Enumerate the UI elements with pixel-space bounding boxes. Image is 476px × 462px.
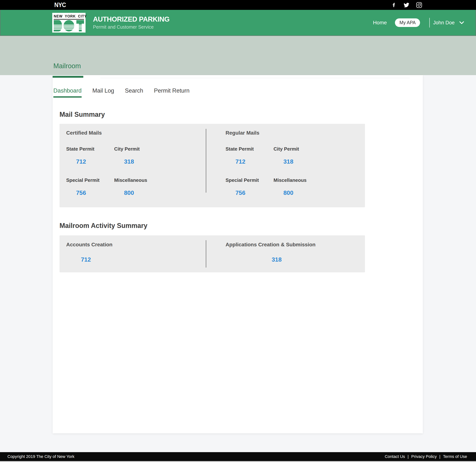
user-name: John Doe (433, 20, 455, 26)
nav-divider (429, 18, 430, 27)
tab-mail-log[interactable]: Mail Log (93, 87, 114, 98)
stat-cell: Miscellaneous 800 (273, 177, 322, 196)
stat-label: Miscellaneous (114, 177, 162, 183)
tab-bar: Dashboard Mail Log Search Permit Return (53, 75, 423, 98)
stat-label: City Permit (114, 146, 162, 152)
stat-value-link[interactable]: 756 (226, 189, 255, 196)
tab-search[interactable]: Search (125, 87, 143, 98)
active-section-indicator (53, 76, 83, 78)
header-nav: Home My APA John Doe (373, 18, 464, 27)
stat-cell: Special Permit 756 (66, 177, 114, 196)
top-utility-bar: NYC (0, 0, 476, 10)
contact-us-link[interactable]: Contact Us (385, 454, 405, 459)
app-title: AUTHORIZED PARKING (93, 16, 170, 23)
stat-cell: City Permit 318 (273, 146, 322, 165)
stat-value-link[interactable]: 712 (66, 256, 106, 263)
footer: Copyright 2019 The City of New York Cont… (0, 452, 476, 461)
page-banner: Mailroom (0, 36, 476, 75)
certified-mails-group: Certified Mails State Permit 712 City Pe… (60, 124, 206, 207)
mail-summary-section: Mail Summary Certified Mails State Permi… (60, 111, 365, 272)
page-title: Mailroom (53, 62, 81, 70)
nyc-dot-logo-text: NEW YORK CITY (54, 14, 84, 19)
card-top-divider (100, 78, 410, 78)
stat-cell: Miscellaneous 800 (114, 177, 162, 196)
applications-group: Applications Creation & Submission 318 (206, 235, 365, 272)
group-title: Certified Mails (66, 130, 206, 136)
stat-label: Applications Creation & Submission (226, 242, 365, 248)
copyright-text: Copyright 2019 The City of New York (8, 454, 74, 459)
regular-mails-group: Regular Mails State Permit 712 City Perm… (206, 124, 365, 207)
dot-logo-glyph (54, 20, 84, 31)
privacy-policy-link[interactable]: Privacy Policy (411, 454, 437, 459)
activity-summary-heading: Mailroom Activity Summary (60, 222, 365, 229)
stat-value-link[interactable]: 318 (114, 158, 144, 165)
stat-label: Accounts Creation (66, 242, 206, 248)
stat-label: Special Permit (66, 177, 114, 183)
stat-row: State Permit 712 City Permit 318 (66, 146, 206, 165)
main-area: Dashboard Mail Log Search Permit Return … (0, 75, 476, 452)
stat-cell: State Permit 712 (226, 146, 273, 165)
stat-label: State Permit (226, 146, 273, 152)
stat-value-link[interactable]: 712 (66, 158, 96, 165)
footer-separator: | (408, 454, 409, 459)
instagram-icon[interactable] (416, 2, 423, 8)
chevron-down-icon (459, 21, 464, 24)
stat-value-link[interactable]: 318 (273, 158, 303, 165)
stat-cell: State Permit 712 (66, 146, 114, 165)
nav-home-link[interactable]: Home (373, 20, 387, 26)
accounts-creation-group: Accounts Creation 712 (60, 235, 206, 272)
stat-row: State Permit 712 City Permit 318 (226, 146, 365, 165)
stat-label: Miscellaneous (273, 177, 322, 183)
social-links (390, 2, 423, 8)
stat-row: Special Permit 756 Miscellaneous 800 (226, 177, 365, 196)
stat-label: Special Permit (226, 177, 273, 183)
stat-value-link[interactable]: 318 (226, 256, 328, 263)
mail-summary-panel: Certified Mails State Permit 712 City Pe… (60, 124, 365, 207)
nyc-dot-logo[interactable]: NEW YORK CITY (52, 13, 85, 33)
group-title: Regular Mails (226, 130, 365, 136)
stat-value-link[interactable]: 756 (66, 189, 96, 196)
stat-value-link[interactable]: 712 (226, 158, 255, 165)
app-subtitle: Permit and Customer Service (93, 24, 170, 30)
twitter-icon[interactable] (403, 2, 410, 8)
tab-permit-return[interactable]: Permit Return (154, 87, 189, 98)
user-menu[interactable]: John Doe (433, 20, 464, 26)
stat-value-link[interactable]: 800 (273, 189, 303, 196)
nyc-logo[interactable]: NYC (54, 1, 66, 8)
my-apa-button[interactable]: My APA (395, 18, 420, 27)
stat-value-link[interactable]: 800 (114, 189, 144, 196)
stat-cell: Special Permit 756 (226, 177, 273, 196)
activity-summary-panel: Accounts Creation 712 Applications Creat… (60, 235, 365, 272)
footer-separator: | (439, 454, 441, 459)
app-header: NEW YORK CITY AUTHORIZED PARKING Permit … (0, 10, 476, 36)
content-card: Dashboard Mail Log Search Permit Return … (53, 75, 423, 433)
header-titles: AUTHORIZED PARKING Permit and Customer S… (93, 16, 170, 30)
stat-label: State Permit (66, 146, 114, 152)
facebook-icon[interactable] (390, 2, 397, 8)
stat-label: City Permit (273, 146, 322, 152)
mail-summary-heading: Mail Summary (60, 111, 365, 118)
stat-cell: City Permit 318 (114, 146, 162, 165)
terms-of-use-link[interactable]: Terms of Use (443, 454, 467, 459)
stat-row: Special Permit 756 Miscellaneous 800 (66, 177, 206, 196)
footer-bottom-strip (0, 461, 476, 462)
footer-links: Contact Us | Privacy Policy | Terms of U… (385, 454, 467, 459)
tab-dashboard[interactable]: Dashboard (53, 87, 82, 98)
